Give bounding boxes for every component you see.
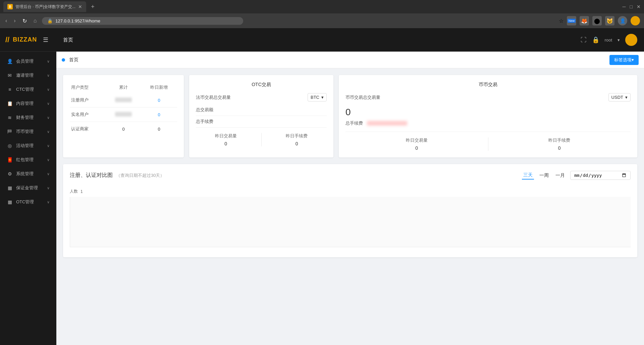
- extension-circle-icon[interactable]: ⬤: [592, 16, 602, 25]
- extension-mask-icon[interactable]: 😺: [605, 16, 614, 25]
- otc-stats-row: 昨日交易量 0 昨日手续费 0: [196, 133, 327, 146]
- coin-yesterday-volume: 昨日交易量 0: [345, 137, 488, 151]
- date-input[interactable]: [570, 171, 631, 180]
- app-header: 首页 ⛶ 🔒 root ▾: [56, 28, 644, 52]
- maximize-button[interactable]: □: [630, 4, 633, 9]
- sidebar-label-coin: 币币管理: [16, 129, 34, 135]
- lock-header-icon[interactable]: 🔒: [592, 36, 599, 44]
- sidebar-item-ctc[interactable]: ≡ CTC管理 ∨: [0, 82, 56, 96]
- browser-tab[interactable]: B 管理后台 · 币严|全球数字资产交... ✕: [3, 1, 86, 12]
- chevron-icon-6: ∨: [47, 130, 50, 134]
- sidebar-label-members: 会员管理: [16, 58, 34, 64]
- coin-yesterday-volume-label: 昨日交易量: [345, 137, 488, 143]
- realname-total: [106, 108, 141, 122]
- forward-button[interactable]: ›: [12, 16, 17, 25]
- sidebar-label-invite: 邀请管理: [16, 72, 34, 78]
- coin-yesterday-fee-label: 昨日手续费: [488, 137, 631, 143]
- extension-new-icon[interactable]: New: [567, 16, 576, 25]
- close-button[interactable]: ✕: [637, 4, 641, 9]
- chart-subtitle: （查询日期不超过30天）: [116, 172, 164, 179]
- sidebar-item-content[interactable]: 📋 内容管理 ∨: [0, 96, 56, 111]
- star-icon[interactable]: ☆: [559, 18, 564, 24]
- time-three-days[interactable]: 三天: [522, 171, 534, 180]
- user-type-realname: 实名用户: [70, 108, 106, 122]
- chart-area: [70, 197, 631, 247]
- coin-card-title: 币币交易: [345, 82, 631, 88]
- minimize-button[interactable]: ─: [623, 4, 626, 9]
- sidebar-item-coin[interactable]: ⛿ 币币管理 ∨: [0, 125, 56, 139]
- user-type-register: 注册用户: [70, 93, 106, 108]
- coin-yesterday-volume-value: 0: [345, 145, 488, 151]
- otc-fee-row: 总手续费: [196, 116, 327, 128]
- margin-icon: ▦: [7, 185, 13, 191]
- otc-coin-dropdown-icon: ▾: [321, 95, 324, 100]
- sidebar-label-system: 系统管理: [16, 171, 34, 177]
- time-one-month[interactable]: 一月: [554, 172, 566, 179]
- chevron-icon-4: ∨: [47, 101, 50, 106]
- chart-body: 人数 1: [70, 185, 631, 251]
- coin-select[interactable]: USDT ▾: [608, 93, 631, 101]
- sidebar-item-members[interactable]: 👤 会员管理 ∨: [0, 54, 56, 68]
- browser-toolbar: ☆ New 🦊 ⬤ 😺 👤: [559, 16, 640, 25]
- sidebar-logo: // BIZZAN ☰: [0, 28, 56, 52]
- home-button[interactable]: ⌂: [32, 16, 38, 25]
- address-bar[interactable]: 🔒 127.0.0.1:9527/#/home: [42, 17, 243, 25]
- sidebar-item-margin[interactable]: ▦ 保证金管理 ∨: [0, 181, 56, 195]
- app-container: // BIZZAN ☰ 👤 会员管理 ∨ ✉ 邀请管理 ∨: [0, 28, 644, 345]
- system-icon: ⚙: [7, 171, 13, 177]
- merchant-total: 0: [106, 122, 141, 136]
- y-axis-value: 1: [80, 189, 83, 194]
- otc-amount-label: 总交易额: [196, 107, 327, 113]
- stats-row: 用户类型 累计 昨日新增 注册用户 0: [63, 75, 637, 157]
- otc-header: 法币交易总交易量 BTC ▾: [196, 93, 327, 101]
- col-header-yesterday: 昨日新增: [141, 82, 177, 93]
- back-button[interactable]: ‹: [4, 16, 8, 25]
- members-icon: 👤: [7, 59, 13, 64]
- user-type-merchant: 认证商家: [70, 122, 106, 136]
- otc-fiat-label: 法币交易总交易量: [196, 94, 231, 100]
- chevron-icon-2: ∨: [47, 73, 50, 78]
- fullscreen-icon[interactable]: ⛶: [581, 37, 587, 44]
- dropdown-icon[interactable]: ▾: [618, 38, 620, 43]
- redpack-icon: 🧧: [7, 157, 13, 162]
- coin-header: 币币交易总交易量 USDT ▾: [345, 93, 631, 101]
- tag-options-button[interactable]: 标签选项▾: [609, 55, 639, 65]
- tab-title: 管理后台 · 币严|全球数字资产交...: [15, 4, 75, 10]
- sidebar-item-finance[interactable]: ≋ 财务管理 ∨: [0, 111, 56, 125]
- otc-coin-select[interactable]: BTC ▾: [308, 93, 327, 101]
- coin-fee-label: 总手续费: [345, 120, 363, 126]
- user-avatar[interactable]: [625, 34, 637, 46]
- table-row: 认证商家 0 0: [70, 122, 177, 136]
- profile-icon[interactable]: 👤: [618, 16, 627, 25]
- logo-mark: //: [5, 36, 9, 44]
- tab-close-button[interactable]: ✕: [78, 4, 82, 9]
- menu-toggle-button[interactable]: ☰: [43, 36, 48, 44]
- sidebar-item-activity[interactable]: ◎ 活动管理 ∨: [0, 139, 56, 153]
- refresh-button[interactable]: ↻: [21, 16, 28, 25]
- table-row: 注册用户 0: [70, 93, 177, 108]
- address-bar-row: ‹ › ↻ ⌂ 🔒 127.0.0.1:9527/#/home ☆ New 🦊 …: [0, 13, 644, 28]
- time-one-week[interactable]: 一周: [538, 172, 550, 179]
- content-area: 用户类型 累计 昨日新增 注册用户 0: [56, 68, 644, 345]
- register-yesterday: 0: [141, 93, 177, 108]
- sidebar-item-invite[interactable]: ✉ 邀请管理 ∨: [0, 68, 56, 82]
- y-axis-label: 人数: [70, 189, 78, 194]
- sidebar-item-system[interactable]: ⚙ 系统管理 ∨: [0, 167, 56, 181]
- content-icon: 📋: [7, 101, 13, 106]
- sidebar-label-margin: 保证金管理: [16, 185, 38, 191]
- chevron-icon-9: ∨: [47, 172, 50, 176]
- sidebar-item-redpack[interactable]: 🧧 红包管理 ∨: [0, 153, 56, 167]
- ctc-icon: ≡: [7, 87, 13, 92]
- user-avatar-browser[interactable]: [631, 16, 640, 25]
- otc-card: OTC交易 法币交易总交易量 BTC ▾ 总交易额 总手续费: [189, 75, 333, 157]
- user-label[interactable]: root: [605, 38, 612, 43]
- extension-fox-icon[interactable]: 🦊: [580, 16, 589, 25]
- browser-title-bar: B 管理后台 · 币严|全球数字资产交... ✕ + ─ □ ✕: [0, 0, 644, 13]
- otc-stat-divider: [261, 133, 262, 146]
- sidebar-label-ctc: CTC管理: [16, 86, 34, 92]
- sidebar-item-otc[interactable]: ▦ OTC管理 ∨: [0, 195, 56, 209]
- sidebar-nav: 👤 会员管理 ∨ ✉ 邀请管理 ∨ ≡ CTC管理 ∨: [0, 52, 56, 345]
- url-text: 127.0.0.1:9527/#/home: [55, 18, 100, 23]
- new-tab-button[interactable]: +: [89, 3, 97, 10]
- otc-yesterday-volume: 昨日交易量 0: [196, 133, 256, 146]
